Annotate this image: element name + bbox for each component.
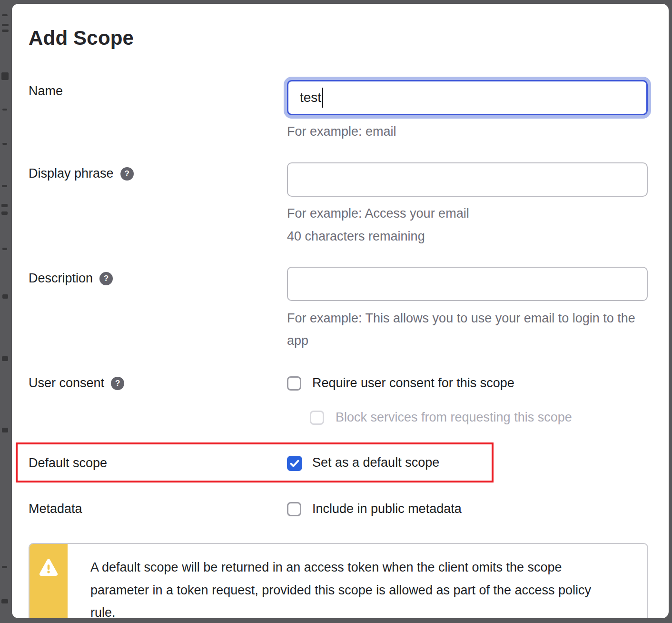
description-label: Description: [29, 271, 93, 286]
description-label-row: Description ?: [29, 271, 113, 286]
metadata-label: Metadata: [29, 502, 82, 516]
require-user-consent-checkbox[interactable]: [287, 376, 301, 391]
set-default-scope-label[interactable]: Set as a default scope: [312, 455, 439, 470]
metadata-label-row: Metadata: [29, 502, 82, 516]
add-scope-dialog: Add Scope Name test For example: email D…: [12, 4, 669, 618]
name-label: Name: [29, 84, 63, 99]
dialog-title: Add Scope: [29, 27, 134, 50]
block-services-checkbox: [310, 411, 324, 425]
user-consent-label-row: User consent ?: [29, 376, 124, 391]
name-label-row: Name: [29, 84, 63, 99]
block-services-label: Block services from requesting this scop…: [336, 410, 572, 425]
display-phrase-counter: 40 characters remaining: [287, 225, 425, 248]
include-public-metadata-checkbox[interactable]: [287, 502, 301, 516]
set-default-scope-checkbox[interactable]: [287, 456, 302, 471]
warning-text: A default scope will be returned in an a…: [68, 544, 629, 618]
display-phrase-label-row: Display phrase ?: [29, 166, 134, 181]
require-user-consent-label[interactable]: Require user consent for this scope: [312, 376, 514, 391]
default-scope-label: Default scope: [29, 456, 107, 471]
warning-accent-strip: [30, 544, 68, 618]
name-hint: For example: email: [287, 121, 396, 143]
display-phrase-hint: For example: Access your email: [287, 202, 469, 225]
include-public-metadata-label[interactable]: Include in public metadata: [312, 502, 462, 516]
warning-icon: [39, 557, 59, 578]
help-icon[interactable]: ?: [111, 377, 124, 390]
name-input-value: test: [300, 90, 321, 105]
user-consent-label: User consent: [29, 376, 104, 391]
help-icon[interactable]: ?: [120, 167, 134, 181]
display-phrase-input[interactable]: [287, 162, 648, 197]
display-phrase-label: Display phrase: [29, 166, 114, 181]
checkmark-icon: [289, 458, 300, 469]
default-scope-warning-callout: A default scope will be returned in an a…: [29, 543, 648, 618]
default-scope-label-row: Default scope: [29, 456, 107, 471]
description-input[interactable]: [287, 267, 648, 301]
description-hint: For example: This allows you to use your…: [287, 307, 649, 352]
help-icon[interactable]: ?: [99, 272, 113, 285]
text-cursor: [322, 88, 323, 108]
name-input[interactable]: test: [287, 80, 648, 115]
